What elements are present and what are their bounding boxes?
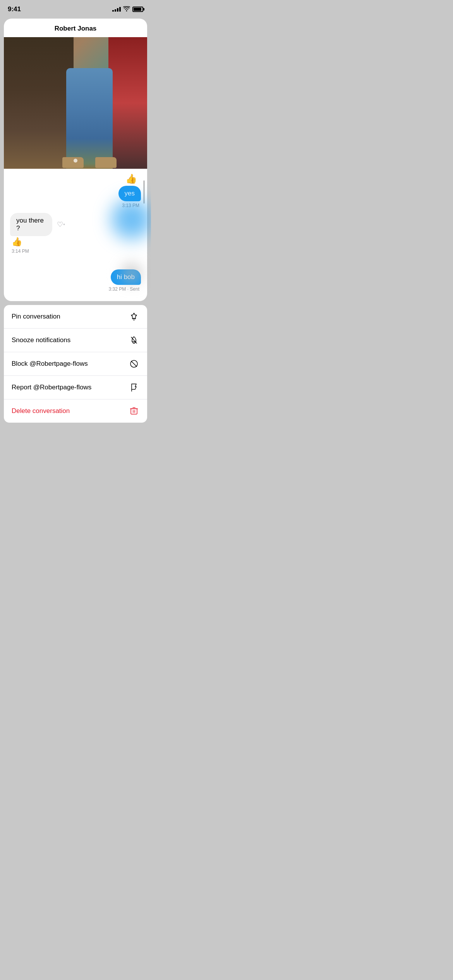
menu-item-snooze[interactable]: Snooze notifications bbox=[4, 329, 147, 352]
reaction-thumbs-up-received: 👍 bbox=[12, 237, 22, 247]
status-time: 9:41 bbox=[8, 5, 21, 13]
chat-header: Robert Jonas bbox=[4, 19, 147, 37]
menu-item-block[interactable]: Block @Robertpage-flows bbox=[4, 352, 147, 376]
menu-item-block-label: Block @Robertpage-flows bbox=[12, 360, 129, 368]
message-bubble-yes: yes bbox=[118, 186, 141, 201]
chat-image bbox=[4, 37, 147, 169]
received-row: you there ? ♡+ bbox=[10, 213, 70, 236]
message-you-there: you there ? ♡+ 👍 3:14 PM bbox=[10, 213, 141, 254]
chat-messages: 👍 yes 3:13 PM you there ? ♡+ 👍 3:14 PM h… bbox=[4, 169, 147, 301]
signal-bars-icon bbox=[112, 7, 121, 12]
message-bubble-hi-bob: hi bob bbox=[111, 269, 141, 285]
thumbs-up-emoji: 👍 bbox=[125, 173, 137, 184]
menu-item-report-label: Report @Robertpage-flows bbox=[12, 384, 129, 391]
wifi-icon bbox=[123, 6, 130, 13]
svg-rect-4 bbox=[131, 409, 137, 414]
message-time-hi-bob: 3:32 PM · Sent bbox=[107, 286, 141, 292]
message-time-you-there: 3:14 PM bbox=[10, 248, 31, 254]
menu-item-delete[interactable]: Delete conversation bbox=[4, 399, 147, 423]
jeans-figure bbox=[55, 45, 124, 169]
status-bar: 9:41 bbox=[0, 0, 151, 15]
bell-slash-icon bbox=[129, 335, 139, 346]
image-dot-indicator bbox=[74, 159, 77, 163]
battery-icon bbox=[132, 7, 143, 12]
scroll-thumb bbox=[143, 180, 145, 204]
menu-item-report[interactable]: Report @Robertpage-flows bbox=[4, 376, 147, 399]
menu-item-snooze-label: Snooze notifications bbox=[12, 336, 129, 344]
sent-reaction-thumbs-up: 👍 bbox=[10, 173, 141, 184]
status-icons bbox=[112, 6, 143, 13]
chat-header-title: Robert Jonas bbox=[55, 25, 97, 32]
jeans-shoes bbox=[62, 157, 117, 169]
message-time-yes: 3:13 PM bbox=[120, 203, 141, 208]
block-icon bbox=[129, 358, 139, 369]
menu-item-pin-label: Pin conversation bbox=[12, 313, 129, 320]
jeans-legs bbox=[66, 68, 113, 169]
menu-item-pin[interactable]: Pin conversation bbox=[4, 305, 147, 329]
message-bubble-you-there: you there ? bbox=[10, 213, 52, 236]
context-menu: Pin conversation Snooze notifications Bl… bbox=[4, 305, 147, 423]
flag-icon bbox=[129, 382, 139, 393]
chat-card: Robert Jonas 👍 yes 3:13 PM bbox=[4, 19, 147, 301]
trash-icon bbox=[129, 406, 139, 416]
message-yes: yes 3:13 PM bbox=[10, 186, 141, 208]
menu-item-delete-label: Delete conversation bbox=[12, 407, 129, 415]
svg-line-2 bbox=[131, 361, 137, 367]
chat-image-bg bbox=[4, 37, 147, 169]
heart-plus-button[interactable]: ♡+ bbox=[55, 219, 67, 230]
message-hi-bob: hi bob 3:32 PM · Sent bbox=[10, 269, 141, 292]
scroll-track bbox=[143, 169, 145, 301]
pin-icon bbox=[129, 311, 139, 322]
